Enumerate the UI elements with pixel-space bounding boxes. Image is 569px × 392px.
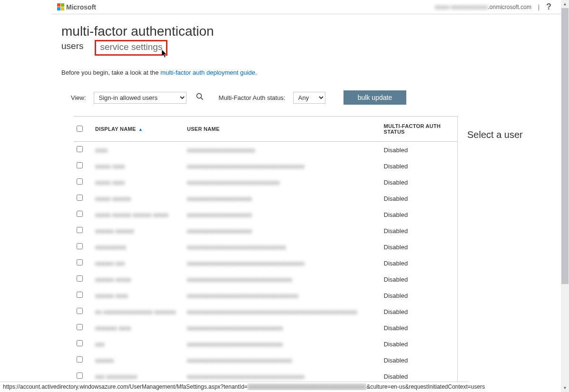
tab-service-settings[interactable]: service settings	[95, 40, 167, 56]
topbar-right: xxxxx xxxxxxxxxxxxx.onmicrosoft.com | ?	[435, 2, 551, 12]
user-name-redacted: xxxxxxxxxxxxxxxxxxxxxxxxxxxxxxxxxxxxxx	[187, 373, 304, 380]
status-bar: https://account.activedirectory.windowsa…	[0, 382, 469, 392]
display-name-redacted: xxxx	[95, 147, 108, 154]
display-name-redacted: xxxxxxxxxx	[95, 244, 126, 251]
user-name-redacted: xxxxxxxxxxxxxxxxxxxxxxxxxxxxxxx	[187, 341, 283, 348]
bulk-update-button[interactable]: bulk update	[343, 90, 406, 105]
display-name-redacted: xxxxxx xxx	[95, 260, 125, 267]
display-name-redacted: xxxxxx xxxxx	[95, 276, 131, 283]
user-name-redacted: xxxxxxxxxxxxxxxxxxxxx	[187, 211, 252, 218]
row-checkbox[interactable]	[77, 356, 83, 363]
view-select[interactable]: Sign-in allowed users	[94, 92, 186, 104]
table-row[interactable]: xxxxxxxxxxxxxxxxxxxxxxxxxxxxxxxxxxxxxxxx…	[74, 352, 457, 368]
mfa-status: Disabled	[379, 336, 457, 352]
svg-line-1	[201, 98, 203, 99]
row-checkbox[interactable]	[77, 259, 83, 265]
user-name-redacted: xxxxxxxxxxxxxxxxxxxxxxxxxxxxxx	[187, 179, 280, 186]
topbar: Microsoft xxxxx xxxxxxxxxxxxx.onmicrosof…	[52, 0, 561, 14]
display-name-redacted: xxxxx xxxxxx	[95, 195, 131, 202]
mfa-status: Disabled	[379, 255, 457, 271]
user-name-redacted: xxxxxxxxxxxxxxxxxxxxxxxxxxxxxxxxxxxxxxxx…	[187, 308, 357, 315]
display-name-redacted: xxx	[95, 341, 105, 348]
microsoft-logo: Microsoft	[57, 3, 96, 11]
row-checkbox[interactable]	[77, 227, 83, 233]
row-checkbox[interactable]	[77, 324, 83, 330]
user-name-redacted: xxxxxxxxxxxxxxxxxxxxxxxxxxxxxxxxxxxxxx	[187, 260, 304, 267]
user-name-redacted: xxxxxxxxxxxxxxxxxxxxxxxxxxxxxxxxxxxx	[187, 292, 298, 299]
table-row[interactable]: xx xxxxxxxxxxxxxxxx xxxxxxxxxxxxxxxxxxxx…	[74, 304, 457, 320]
mfa-status: Disabled	[379, 174, 457, 190]
deployment-guide-link[interactable]: multi-factor auth deployment guide	[160, 69, 255, 76]
page-title: multi-factor authentication	[61, 24, 552, 39]
scrollbar-track[interactable]	[561, 0, 569, 392]
mfa-status: Disabled	[379, 287, 457, 304]
user-name-redacted: xxxxxxxxxxxxxxxxxxxxxxxxxxxxxxxx	[187, 244, 286, 251]
table-row[interactable]: xxxxx xxxxxxxxxxxxxxxxxxxxxxxxxxxxxxxxxx…	[74, 158, 457, 174]
detail-panel: Select a user	[457, 116, 552, 384]
row-checkbox[interactable]	[77, 162, 83, 168]
display-name-redacted: xxxxxxx xxxx	[95, 324, 131, 332]
user-name-redacted: xxxxxxxxxxxxxxxxxxxxxxxxxxxxxxxxxxxxxx	[187, 163, 304, 170]
scroll-down-icon[interactable]: ▼	[561, 384, 569, 392]
account-label: xxxxx xxxxxxxxxxxxx.onmicrosoft.com	[435, 4, 531, 10]
detail-panel-title: Select a user	[467, 129, 543, 140]
table-row[interactable]: xxxxxx xxxxxxxxxxxxxxxxxxxxxxxxxxxxxxxxx…	[74, 271, 457, 287]
mfa-status: Disabled	[379, 271, 457, 287]
status-label: Multi-Factor Auth status:	[219, 94, 285, 101]
select-all-checkbox[interactable]	[77, 126, 83, 132]
display-name-redacted: xxx xxxxxxxxxx	[95, 373, 137, 380]
row-checkbox[interactable]	[77, 243, 83, 249]
table-row[interactable]: xxxxx xxxxxx xxxxxx xxxxxxxxxxxxxxxxxxxx…	[74, 206, 457, 223]
display-name-redacted: xxxxx xxxxxx xxxxxx xxxxx	[95, 211, 168, 218]
content: multi-factor authentication users servic…	[52, 14, 561, 384]
row-checkbox[interactable]	[77, 308, 83, 314]
sort-asc-icon: ▲	[138, 127, 143, 132]
divider: |	[538, 4, 540, 10]
brand-text: Microsoft	[66, 3, 96, 11]
user-name-redacted: xxxxxxxxxxxxxxxxxxxxx	[187, 227, 252, 235]
row-checkbox[interactable]	[77, 195, 83, 201]
user-name-redacted: xxxxxxxxxxxxxxxxxxxxx	[187, 195, 252, 202]
col-user-name[interactable]: USER NAME	[182, 117, 379, 142]
scroll-up-icon[interactable]: ▲	[561, 0, 569, 8]
user-name-redacted: xxxxxxxxxxxxxxxxxxxxxxxxxxxxxxxxxx	[187, 357, 292, 364]
mfa-status: Disabled	[379, 223, 457, 239]
col-mfa-status[interactable]: MULTI-FACTOR AUTH STATUS	[379, 117, 457, 142]
row-checkbox[interactable]	[77, 340, 83, 346]
tab-users[interactable]: users	[61, 40, 83, 56]
row-checkbox[interactable]	[77, 178, 83, 185]
scrollbar-thumb[interactable]	[561, 0, 569, 284]
display-name-redacted: xxxxxx xxxx	[95, 292, 128, 299]
mfa-status: Disabled	[379, 142, 457, 158]
help-icon[interactable]: ?	[546, 2, 551, 12]
table-row[interactable]: xxxxx xxxxxxxxxxxxxxxxxxxxxxxxxxxDisable…	[74, 190, 457, 206]
display-name-redacted: xx xxxxxxxxxxxxxxxx xxxxxxx	[95, 308, 176, 315]
row-checkbox[interactable]	[77, 275, 83, 282]
table-row[interactable]: xxxxx xxxxxxxxxxxxxxxxxxxxxxxxxxxxxxxxxx…	[74, 174, 457, 190]
display-name-redacted: xxxxx xxxx	[95, 179, 125, 186]
mfa-status: Disabled	[379, 304, 457, 320]
status-select[interactable]: Any	[293, 92, 325, 104]
tabs: users service settings	[61, 40, 552, 56]
row-checkbox[interactable]	[77, 146, 83, 152]
mfa-status: Disabled	[379, 158, 457, 174]
table-row[interactable]: xxxxxx xxxxxxxxxxxxxxxxxxxxxxxxxxxxxxxxx…	[74, 287, 457, 304]
table-row[interactable]: xxxxxx xxxxxxxxxxxxxxxxxxxxxxxxxxxxxxxxx…	[74, 255, 457, 271]
user-name-redacted: xxxxxxxxxxxxxxxxxxxxxxxxxxxxxxx	[187, 324, 283, 332]
filter-row: View: Sign-in allowed users Multi-Factor…	[71, 90, 552, 105]
users-table: DISPLAY NAME ▲ USER NAME MULTI-FACTOR AU…	[74, 116, 457, 384]
table-row[interactable]: xxxxxxxxxxxxxxxxxxxxxxxxxxxxxxxxxxxxxxxx…	[74, 239, 457, 255]
microsoft-logo-icon	[57, 3, 64, 10]
row-checkbox[interactable]	[77, 211, 83, 217]
table-row[interactable]: xxxxxx xxxxxxxxxxxxxxxxxxxxxxxxxxxDisabl…	[74, 223, 457, 239]
col-display-name[interactable]: DISPLAY NAME ▲	[90, 117, 182, 142]
table-row[interactable]: xxxxxxxxxxxxxxxxxxxxxxxxxxxxxxxxxxDisabl…	[74, 336, 457, 352]
display-name-redacted: xxxxx xxxx	[95, 163, 125, 170]
search-icon[interactable]	[196, 93, 204, 102]
table-row[interactable]: xxxxxxxxxxxxxxxxxxxxxxxxxxDisabled	[74, 142, 457, 158]
svg-point-0	[196, 94, 201, 98]
user-name-redacted: xxxxxxxxxxxxxxxxxxxxxx	[187, 147, 255, 154]
row-checkbox[interactable]	[77, 372, 83, 379]
table-row[interactable]: xxxxxxx xxxxxxxxxxxxxxxxxxxxxxxxxxxxxxxx…	[74, 320, 457, 336]
row-checkbox[interactable]	[77, 292, 83, 298]
